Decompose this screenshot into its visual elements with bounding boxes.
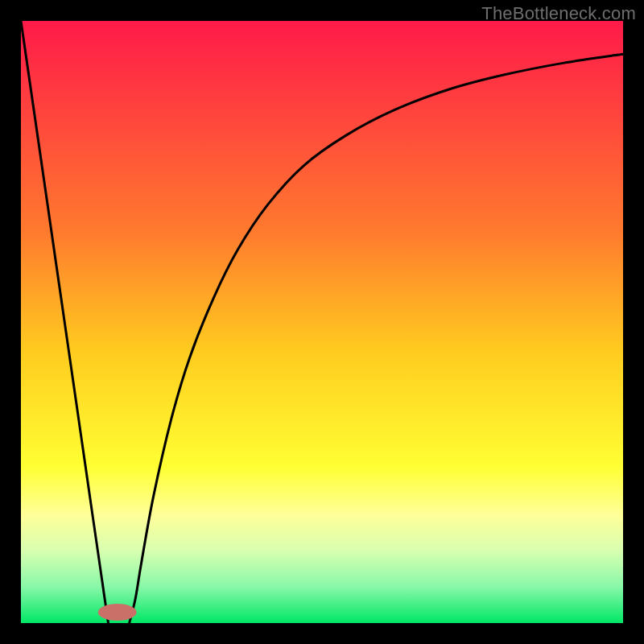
gradient-background	[21, 21, 623, 623]
minimum-marker	[98, 604, 137, 621]
plot-area	[21, 21, 623, 623]
chart-frame: TheBottleneck.com	[0, 0, 644, 644]
chart-svg	[21, 21, 623, 623]
marker-group	[98, 604, 137, 621]
watermark-text: TheBottleneck.com	[481, 3, 636, 24]
